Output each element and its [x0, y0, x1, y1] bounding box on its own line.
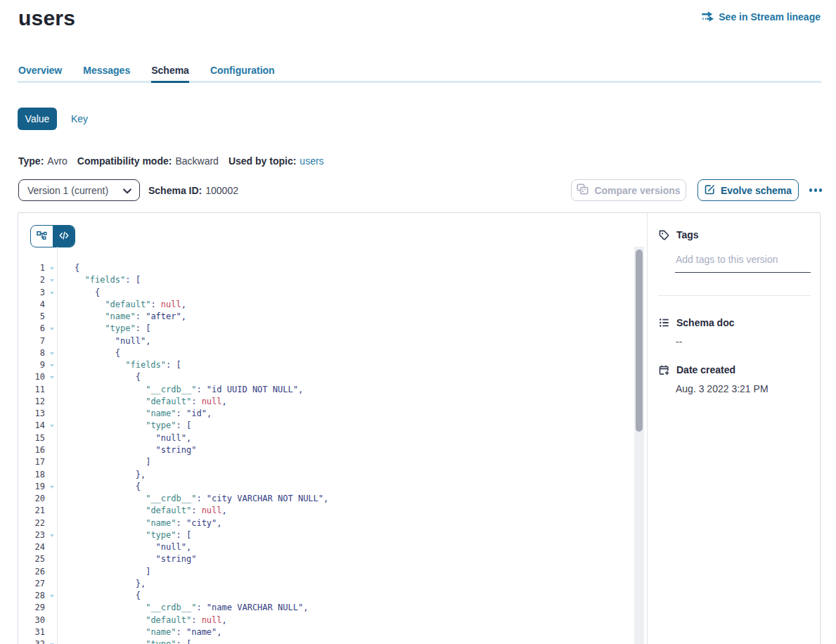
type-value: Avro	[47, 155, 67, 167]
used-by-topic-link[interactable]: users	[300, 155, 323, 167]
code-text: "null",	[75, 541, 191, 553]
date-created-title: Date created	[676, 364, 735, 375]
code-line: 15 "null",	[18, 432, 647, 444]
fold-arrow-icon[interactable]	[50, 376, 54, 379]
schema-meta-row: Type: Avro Compatibility mode: Backward …	[18, 155, 324, 167]
code-view-toggle[interactable]	[53, 226, 75, 247]
schema-id-label: Schema ID:	[148, 185, 202, 196]
fold-arrow-icon[interactable]	[50, 279, 54, 282]
see-in-stream-lineage-link[interactable]: See in Stream lineage	[701, 11, 821, 22]
code-text: },	[75, 578, 146, 590]
line-number: 32	[18, 638, 45, 644]
fold-arrow-icon[interactable]	[50, 595, 54, 598]
code-text: "type": [	[75, 638, 191, 644]
date-created-value: Aug. 3 2022 3:21 PM	[676, 383, 769, 394]
line-number: 4	[18, 299, 45, 311]
type-label: Type:	[18, 155, 44, 167]
code-line: 2 "fields": [	[18, 274, 647, 286]
code-line: 10 {	[18, 371, 647, 383]
tab-schema[interactable]: Schema	[151, 65, 189, 81]
tree-view-icon	[37, 230, 47, 243]
ellipsis-dot	[819, 188, 822, 191]
line-number: 29	[18, 602, 45, 614]
add-tags-input[interactable]	[675, 251, 811, 273]
code-text: {	[75, 481, 141, 493]
schema-panel: 1{2 "fields": [3 {4 "default": null,5 "n…	[18, 212, 821, 644]
code-line: 32 "type": [	[18, 638, 647, 644]
code-line: 30 "default": null,	[18, 614, 647, 626]
tabs-underline-bar	[18, 81, 821, 83]
ellipsis-dot	[814, 188, 817, 191]
schema-doc-title: Schema doc	[676, 317, 734, 328]
editor-lines: 1{2 "fields": [3 {4 "default": null,5 "n…	[18, 262, 647, 644]
code-text: "type": [	[75, 529, 191, 541]
code-text: "__crdb__": "id UUID NOT NULL",	[75, 384, 303, 396]
editor-scrollbar-thumb[interactable]	[636, 250, 643, 432]
code-line: 24 "null",	[18, 541, 647, 553]
code-line: 25 "string"	[18, 553, 647, 565]
code-line: 16 "string"	[18, 444, 647, 456]
line-number: 13	[18, 408, 45, 420]
code-line: 11 "__crdb__": "id UUID NOT NULL",	[18, 384, 647, 396]
code-text: "__crdb__": "name VARCHAR NULL",	[75, 602, 308, 614]
tab-messages[interactable]: Messages	[83, 65, 130, 81]
code-line: 1{	[18, 262, 647, 274]
evolve-schema-label: Evolve schema	[721, 185, 792, 196]
tab-overview[interactable]: Overview	[18, 65, 62, 81]
tree-view-toggle[interactable]	[31, 226, 53, 247]
code-text: "name": "city",	[75, 517, 222, 529]
code-line: 29 "__crdb__": "name VARCHAR NULL",	[18, 602, 647, 614]
more-options-button[interactable]	[806, 179, 825, 201]
editor-scrollbar-track[interactable]	[634, 247, 644, 644]
compare-versions-button[interactable]: Compare versions	[571, 179, 686, 201]
lineage-link-label: See in Stream lineage	[719, 11, 821, 22]
fold-arrow-icon[interactable]	[50, 364, 54, 367]
code-text: "null",	[75, 432, 191, 444]
fold-arrow-icon[interactable]	[50, 425, 54, 427]
code-line: 7 "null",	[18, 335, 647, 347]
line-number: 31	[18, 626, 45, 638]
code-line: 20 "__crdb__": "city VARCHAR NOT NULL",	[18, 493, 647, 505]
meta-used-by-topic: Used by topic: users	[229, 155, 324, 167]
subtab-value[interactable]: Value	[18, 108, 57, 130]
fold-arrow-icon[interactable]	[50, 292, 54, 295]
chevron-down-icon	[123, 184, 131, 197]
topic-tabs: Overview Messages Schema Configuration	[18, 65, 275, 81]
line-number: 2	[18, 274, 45, 286]
code-text: "string"	[75, 553, 196, 565]
tags-section-header: Tags	[659, 229, 699, 240]
compare-versions-label: Compare versions	[594, 185, 680, 196]
used-by-topic-label: Used by topic:	[229, 155, 296, 167]
code-line: 12 "default": null,	[18, 396, 647, 408]
fold-arrow-icon[interactable]	[50, 267, 54, 270]
code-text: {	[75, 262, 79, 274]
fold-arrow-icon[interactable]	[50, 534, 54, 537]
line-number: 3	[18, 287, 45, 299]
line-number: 24	[18, 541, 45, 553]
calendar-plus-icon	[659, 365, 669, 375]
code-line: 9 "fields": [	[18, 359, 647, 371]
compatibility-value: Backward	[175, 155, 218, 167]
fold-arrow-icon[interactable]	[50, 486, 54, 489]
version-select[interactable]: Version 1 (current)	[18, 179, 140, 201]
line-number: 20	[18, 493, 45, 505]
compare-versions-icon	[577, 183, 589, 197]
schema-code-editor[interactable]: 1{2 "fields": [3 {4 "default": null,5 "n…	[18, 247, 647, 644]
meta-compatibility: Compatibility mode: Backward	[77, 155, 219, 167]
date-created-section-header: Date created	[659, 364, 735, 375]
tab-configuration[interactable]: Configuration	[210, 65, 275, 81]
code-text: {	[75, 371, 141, 383]
evolve-schema-button[interactable]: Evolve schema	[697, 179, 799, 201]
code-text: {	[75, 590, 141, 602]
code-text: "string"	[75, 444, 196, 456]
code-line: 21 "default": null,	[18, 505, 647, 517]
schema-id: Schema ID: 100002	[148, 179, 238, 201]
fold-arrow-icon[interactable]	[50, 352, 54, 355]
code-line: 26 ]	[18, 566, 647, 578]
code-line: 14 "type": [	[18, 420, 647, 432]
fold-arrow-icon[interactable]	[50, 328, 54, 330]
code-text: },	[75, 469, 146, 481]
subtab-key[interactable]: Key	[71, 108, 88, 130]
line-number: 9	[18, 359, 45, 371]
code-text: {	[75, 347, 120, 359]
